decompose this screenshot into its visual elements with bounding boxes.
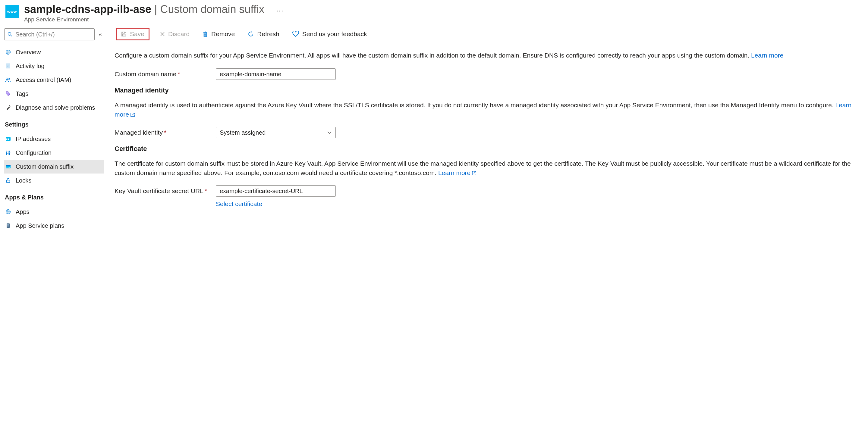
- svg-rect-14: [8, 138, 9, 139]
- svg-rect-34: [123, 32, 124, 33]
- more-actions-button[interactable]: ···: [267, 7, 284, 15]
- managed-identity-row: Managed identity* System assigned: [115, 127, 862, 138]
- kv-secret-input[interactable]: [216, 185, 336, 197]
- sidebar-item-configuration[interactable]: Configuration: [4, 146, 104, 160]
- svg-rect-35: [123, 34, 125, 36]
- sidebar-item-tags[interactable]: Tags: [4, 87, 104, 101]
- sidebar-item-label: Diagnose and solve problems: [16, 104, 95, 111]
- svg-rect-16: [8, 139, 9, 140]
- managed-identity-select[interactable]: System assigned: [216, 127, 336, 138]
- blade-name: Custom domain suffix: [160, 3, 264, 16]
- save-icon: [121, 31, 127, 37]
- svg-point-21: [7, 153, 9, 154]
- sidebar-search[interactable]: [4, 28, 95, 40]
- svg-rect-15: [6, 139, 7, 140]
- resource-name: sample-cdns-app-ilb-ase: [24, 3, 151, 16]
- save-button[interactable]: Save: [116, 28, 150, 40]
- title-separator: |: [154, 3, 157, 16]
- sidebar-search-input[interactable]: [15, 31, 92, 38]
- sidebar-item-app-service-plans[interactable]: App Service plans: [4, 219, 104, 233]
- refresh-button[interactable]: Refresh: [245, 29, 282, 39]
- blade-title-text: sample-cdns-app-ilb-ase | Custom domain …: [24, 3, 284, 23]
- refresh-button-label: Refresh: [257, 30, 279, 38]
- resource-type-icon: www: [5, 5, 19, 18]
- certificate-description: The certificate for custom domain suffix…: [115, 159, 862, 178]
- sidebar-item-label: App Service plans: [16, 222, 64, 229]
- kv-secret-row: Key Vault certificate secret URL*: [115, 185, 862, 197]
- sidebar-item-label: Locks: [16, 177, 31, 184]
- certificate-learn-more-link[interactable]: Learn more: [438, 169, 476, 176]
- required-indicator: *: [205, 188, 207, 194]
- svg-point-20: [6, 151, 7, 153]
- sidebar-nav: « Overview Activity log Access control (…: [0, 25, 108, 233]
- search-icon: [7, 32, 12, 37]
- svg-rect-30: [7, 224, 10, 228]
- managed-identity-description: A managed identity is used to authentica…: [115, 101, 862, 120]
- svg-rect-31: [7, 224, 9, 225]
- required-indicator: *: [178, 70, 180, 77]
- wrench-icon: [5, 105, 11, 110]
- svg-line-1: [10, 35, 12, 36]
- svg-text:www: www: [6, 166, 10, 168]
- ip-icon: [5, 137, 11, 141]
- sliders-icon: [5, 150, 11, 156]
- custom-domain-input[interactable]: [216, 68, 336, 80]
- remove-button[interactable]: Remove: [200, 29, 237, 39]
- sidebar-group-settings: Settings: [4, 114, 102, 130]
- sidebar-item-ip-addresses[interactable]: IP addresses: [4, 132, 104, 146]
- feedback-button-label: Send us your feedback: [302, 30, 367, 38]
- required-indicator: *: [164, 129, 166, 136]
- intro-learn-more-link[interactable]: Learn more: [751, 52, 783, 59]
- collapse-sidebar-button[interactable]: «: [99, 31, 100, 38]
- sidebar-item-access-control[interactable]: Access control (IAM): [4, 73, 104, 87]
- svg-rect-26: [7, 180, 10, 182]
- sidebar-item-label: Custom domain suffix: [16, 163, 73, 170]
- trash-icon: [202, 31, 208, 37]
- discard-button-label: Discard: [168, 30, 190, 38]
- managed-identity-heading: Managed identity: [115, 87, 862, 94]
- blade-header: www sample-cdns-app-ilb-ase | Custom dom…: [0, 0, 868, 25]
- server-icon: [5, 223, 11, 228]
- managed-identity-label: Managed identity: [115, 129, 163, 136]
- command-bar: Save Discard Remove Refresh Send us your…: [115, 25, 862, 44]
- svg-point-22: [9, 152, 10, 153]
- sidebar-item-overview[interactable]: Overview: [4, 45, 104, 59]
- close-icon: [160, 31, 165, 37]
- intro-text-content: Configure a custom domain suffix for you…: [115, 52, 751, 59]
- external-link-icon: [130, 110, 135, 120]
- resource-type-label: App Service Environment: [24, 16, 284, 23]
- sidebar-item-locks[interactable]: Locks: [4, 173, 104, 188]
- sidebar-item-activity-log[interactable]: Activity log: [4, 59, 104, 73]
- sidebar-item-diagnose[interactable]: Diagnose and solve problems: [4, 101, 104, 114]
- sidebar-item-label: IP addresses: [16, 136, 51, 142]
- svg-point-10: [9, 78, 10, 79]
- refresh-icon: [247, 31, 254, 37]
- sidebar-item-label: Activity log: [16, 63, 44, 70]
- svg-rect-33: [7, 226, 9, 227]
- select-certificate-link[interactable]: Select certificate: [216, 200, 262, 207]
- blade-content: Save Discard Remove Refresh Send us your…: [108, 25, 868, 220]
- svg-rect-24: [6, 165, 10, 166]
- sidebar-item-apps[interactable]: Apps: [4, 205, 104, 219]
- svg-rect-13: [6, 138, 7, 139]
- feedback-button[interactable]: Send us your feedback: [290, 29, 370, 39]
- external-link-icon: [472, 169, 476, 178]
- intro-description: Configure a custom domain suffix for you…: [115, 51, 862, 60]
- discard-button[interactable]: Discard: [157, 29, 192, 39]
- save-button-label: Save: [130, 30, 144, 38]
- sidebar-item-label: Overview: [16, 49, 41, 56]
- sidebar-item-custom-domain-suffix[interactable]: www Custom domain suffix: [4, 160, 104, 173]
- sidebar-item-label: Tags: [16, 90, 28, 97]
- svg-point-11: [7, 92, 7, 93]
- sidebar-item-label: Apps: [16, 208, 30, 215]
- svg-line-41: [132, 113, 134, 115]
- log-icon: [5, 63, 11, 69]
- custom-domain-label: Custom domain name: [115, 70, 176, 77]
- custom-domain-row: Custom domain name*: [115, 68, 862, 80]
- svg-line-42: [474, 171, 476, 173]
- svg-rect-12: [6, 137, 10, 141]
- remove-button-label: Remove: [211, 30, 235, 38]
- managed-identity-select-value: System assigned: [220, 129, 266, 136]
- svg-rect-32: [7, 225, 9, 226]
- lock-icon: [5, 178, 11, 183]
